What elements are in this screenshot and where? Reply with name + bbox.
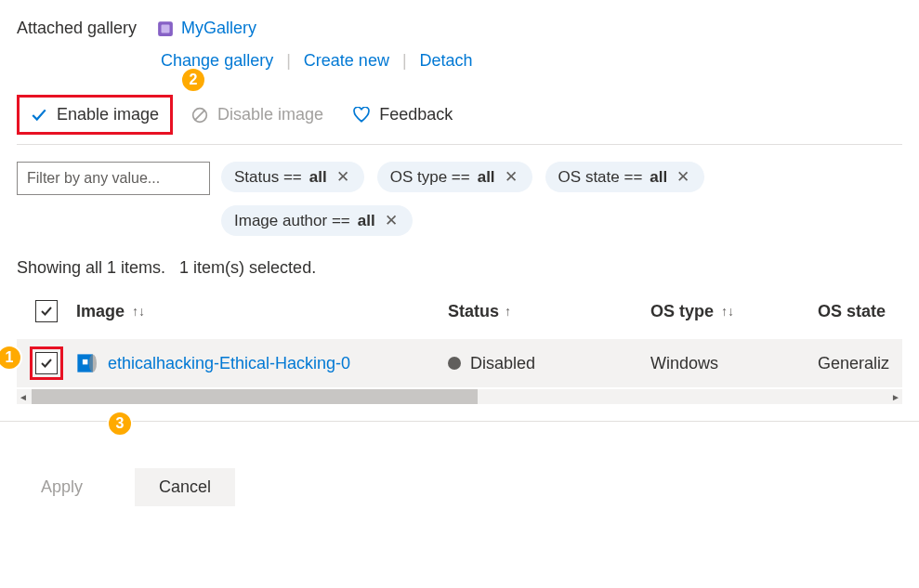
col-ostype[interactable]: OS type: [650, 302, 714, 321]
pill-prefix: Image author ==: [234, 212, 350, 230]
svg-rect-1: [162, 24, 170, 33]
separator: |: [393, 51, 416, 71]
svg-point-6: [89, 354, 97, 372]
apply-button[interactable]: Apply: [17, 468, 107, 506]
sort-asc-icon[interactable]: ↑: [505, 304, 511, 319]
close-icon[interactable]: ✕: [503, 167, 519, 187]
cancel-button[interactable]: Cancel: [135, 468, 235, 506]
create-new-link[interactable]: Create new: [300, 51, 393, 71]
pill-value: all: [358, 212, 375, 230]
scroll-right-icon[interactable]: ►: [891, 392, 900, 402]
osstate-text: Generaliz: [818, 354, 889, 372]
filter-pill-osstate[interactable]: OS state == all ✕: [545, 162, 705, 192]
ostype-text: Windows: [650, 354, 718, 372]
selected-count: 1 item(s) selected.: [179, 258, 316, 277]
separator: |: [277, 51, 300, 71]
filter-pill-author[interactable]: Image author == all ✕: [221, 205, 413, 236]
table-row[interactable]: ethicalhacking-Ethical-Hacking-0 Disable…: [17, 339, 902, 387]
vm-image-icon: [76, 353, 97, 373]
gallery-name-link[interactable]: MyGallery: [181, 19, 256, 38]
status-text: Disabled: [470, 354, 535, 373]
close-icon[interactable]: ✕: [383, 211, 400, 230]
filter-input[interactable]: [17, 162, 210, 195]
enable-image-button[interactable]: Enable image: [17, 95, 173, 135]
step-badge-3: 3: [107, 411, 133, 437]
filter-pill-status[interactable]: Status == all ✕: [221, 162, 364, 192]
table-header-row: Image ↑↓ Status ↑ OS type ↑↓ OS state: [17, 291, 902, 332]
disable-image-label: Disable image: [217, 105, 323, 124]
enable-image-label: Enable image: [57, 105, 159, 124]
sort-icon[interactable]: ↑↓: [132, 304, 145, 319]
close-icon[interactable]: ✕: [335, 167, 351, 187]
showing-count: Showing all 1 items.: [17, 258, 165, 277]
heart-icon: [353, 107, 370, 124]
pill-value: all: [478, 168, 495, 187]
svg-line-3: [195, 110, 204, 119]
image-name-link[interactable]: ethicalhacking-Ethical-Hacking-0: [108, 354, 350, 373]
gallery-icon: [157, 20, 174, 37]
disable-image-button: Disable image: [180, 98, 335, 132]
svg-rect-5: [83, 359, 88, 365]
detach-link[interactable]: Detach: [416, 51, 477, 71]
pill-value: all: [650, 168, 667, 187]
close-icon[interactable]: ✕: [675, 167, 691, 187]
filter-pill-ostype[interactable]: OS type == all ✕: [377, 162, 532, 192]
check-icon: [31, 107, 47, 124]
attached-gallery-label: Attached gallery: [17, 19, 137, 38]
feedback-button[interactable]: Feedback: [342, 98, 464, 132]
sort-icon[interactable]: ↑↓: [721, 304, 734, 319]
step-badge-2: 2: [180, 67, 206, 93]
col-image[interactable]: Image: [76, 302, 125, 321]
col-osstate[interactable]: OS state: [818, 302, 886, 321]
pill-prefix: OS state ==: [558, 168, 643, 187]
horizontal-scrollbar[interactable]: ◄ ►: [17, 389, 902, 404]
feedback-label: Feedback: [379, 105, 453, 124]
pill-value: all: [309, 168, 327, 187]
prohibit-icon: [191, 107, 208, 124]
pill-prefix: OS type ==: [390, 168, 470, 187]
change-gallery-link[interactable]: Change gallery: [157, 51, 277, 71]
pill-prefix: Status ==: [234, 168, 302, 187]
row-checkbox[interactable]: [35, 352, 58, 374]
scroll-left-icon[interactable]: ◄: [19, 392, 28, 402]
scroll-thumb[interactable]: [32, 389, 478, 404]
select-all-checkbox[interactable]: [35, 300, 58, 322]
col-status[interactable]: Status: [448, 302, 499, 321]
status-dot-icon: [448, 357, 461, 370]
